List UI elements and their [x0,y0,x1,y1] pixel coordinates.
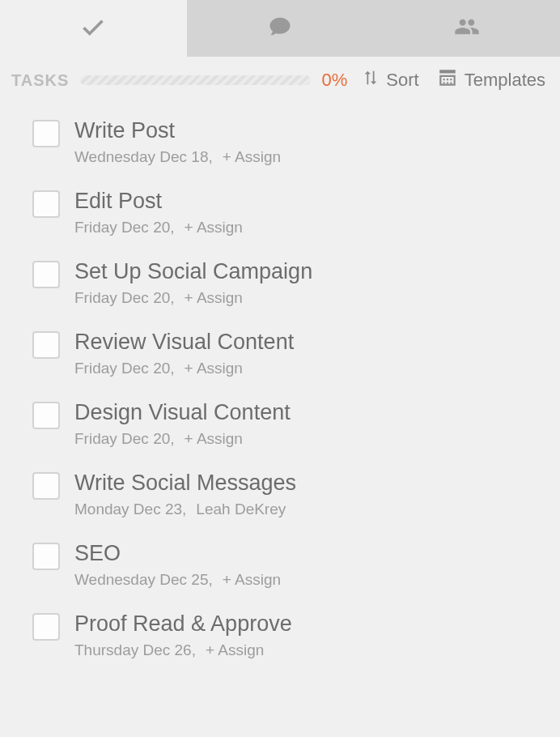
task-assignee[interactable]: + Assign [206,641,264,659]
task-title[interactable]: Set Up Social Campaign [74,259,544,284]
task-date[interactable]: Friday Dec 20 [74,289,175,307]
task-row: Proof Read & ApproveThursday Dec 26+ Ass… [0,603,560,674]
task-body: Write PostWednesday Dec 18+ Assign [74,118,560,166]
task-title[interactable]: Review Visual Content [74,330,544,355]
task-body: Proof Read & ApproveThursday Dec 26+ Ass… [74,611,560,659]
task-body: Write Social MessagesMonday Dec 23Leah D… [74,471,560,518]
comment-icon [268,15,292,42]
task-checkbox[interactable] [32,613,60,641]
task-title[interactable]: Design Visual Content [74,400,544,425]
task-checkbox[interactable] [32,190,60,218]
task-meta: Thursday Dec 26+ Assign [74,641,544,659]
task-row: Write PostWednesday Dec 18+ Assign [0,110,560,181]
templates-icon [437,67,458,93]
task-title[interactable]: Write Social Messages [74,471,544,496]
tasks-heading: TASKS [11,71,69,90]
task-body: Review Visual ContentFriday Dec 20+ Assi… [74,330,560,377]
task-checkbox[interactable] [32,261,60,288]
task-checkbox[interactable] [32,543,60,570]
task-meta: Monday Dec 23Leah DeKrey [74,501,544,518]
task-checkbox[interactable] [32,120,60,147]
sort-label: Sort [386,70,418,91]
task-row: Edit PostFriday Dec 20+ Assign [0,181,560,251]
task-meta: Friday Dec 20+ Assign [74,219,544,236]
task-row: SEOWednesday Dec 25+ Assign [0,533,560,603]
task-checkbox[interactable] [32,472,60,500]
task-checkbox[interactable] [32,331,60,359]
sort-button[interactable]: Sort [358,69,422,92]
progress-percent: 0% [322,70,348,91]
tab-bar [0,0,560,57]
task-title[interactable]: SEO [74,541,544,566]
task-date[interactable]: Wednesday Dec 25 [74,571,213,589]
task-meta: Friday Dec 20+ Assign [74,430,544,448]
task-assignee[interactable]: + Assign [185,360,243,377]
task-date[interactable]: Monday Dec 23 [74,501,186,518]
task-row: Write Social MessagesMonday Dec 23Leah D… [0,462,560,533]
task-checkbox[interactable] [32,402,60,429]
task-date[interactable]: Thursday Dec 26 [74,641,196,659]
task-meta: Friday Dec 20+ Assign [74,289,544,307]
task-date[interactable]: Friday Dec 20 [74,219,175,236]
task-body: Design Visual ContentFriday Dec 20+ Assi… [74,400,560,448]
task-body: Edit PostFriday Dec 20+ Assign [74,189,560,236]
checkmark-icon [79,13,107,44]
task-date[interactable]: Friday Dec 20 [74,430,175,448]
task-title[interactable]: Edit Post [74,189,544,214]
task-assignee[interactable]: + Assign [223,571,281,589]
task-list: Write PostWednesday Dec 18+ AssignEdit P… [0,104,560,690]
templates-label: Templates [465,70,545,91]
task-meta: Wednesday Dec 18+ Assign [74,148,544,166]
task-assignee[interactable]: + Assign [185,289,243,307]
tasks-header: TASKS 0% Sort Templates [0,57,560,104]
task-row: Set Up Social CampaignFriday Dec 20+ Ass… [0,251,560,322]
task-row: Review Visual ContentFriday Dec 20+ Assi… [0,322,560,392]
task-meta: Wednesday Dec 25+ Assign [74,571,544,589]
task-body: Set Up Social CampaignFriday Dec 20+ Ass… [74,259,560,307]
progress-bar [80,75,310,85]
people-icon [454,14,480,43]
task-meta: Friday Dec 20+ Assign [74,360,544,377]
task-assignee[interactable]: + Assign [185,219,243,236]
task-body: SEOWednesday Dec 25+ Assign [74,541,560,589]
tab-tasks[interactable] [0,0,187,57]
sort-icon [362,69,380,92]
task-title[interactable]: Proof Read & Approve [74,611,544,637]
task-row: Design Visual ContentFriday Dec 20+ Assi… [0,392,560,462]
task-date[interactable]: Friday Dec 20 [74,360,175,377]
tab-people[interactable] [373,0,560,57]
templates-button[interactable]: Templates [434,67,549,93]
tab-comments[interactable] [187,0,374,57]
task-date[interactable]: Wednesday Dec 18 [74,148,213,166]
task-assignee[interactable]: + Assign [223,148,281,166]
task-title[interactable]: Write Post [74,118,544,143]
task-assignee[interactable]: + Assign [185,430,243,448]
task-assignee[interactable]: Leah DeKrey [196,501,286,518]
